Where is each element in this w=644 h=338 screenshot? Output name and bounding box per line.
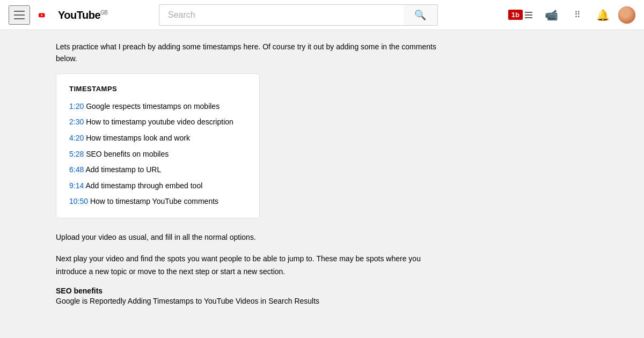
notifications-button[interactable]: 🔔: [592, 4, 614, 26]
timestamp-desc-1: How to timestamp youtube video descripti…: [86, 117, 233, 126]
timestamp-list: 1:20 Google respects timestamps on mobil…: [69, 101, 246, 207]
search-icon: 🔍: [414, 9, 426, 21]
header-right: 1b 📹 ⠿ 🔔: [504, 4, 635, 26]
search-bar: 🔍: [159, 4, 438, 26]
apps-icon: ⠿: [574, 10, 581, 20]
main-content: Lets practice what I preach by adding so…: [0, 30, 644, 317]
header: YouTubeGB 🔍 1b 📹 ⠿ 🔔: [0, 0, 644, 30]
timestamp-link-6[interactable]: 10:50: [69, 197, 88, 205]
timestamp-link-1[interactable]: 2:30: [69, 117, 84, 126]
timestamps-box: TIMESTAMPS 1:20 Google respects timestam…: [56, 74, 260, 218]
search-button[interactable]: 🔍: [404, 4, 438, 26]
timestamp-item: 9:14 Add timestamp through embed tool: [69, 181, 246, 192]
timestamp-item: 5:28 SEO benefits on mobiles: [69, 149, 246, 160]
timestamp-item: 1:20 Google respects timestamps on mobil…: [69, 101, 246, 112]
youtube-logo[interactable]: YouTubeGB: [39, 9, 108, 21]
timestamp-desc-4: Add timestamp to URL: [85, 165, 161, 174]
subscriptions-button[interactable]: 1b: [504, 8, 537, 22]
timestamp-desc-0: Google respects timestamps on mobiles: [86, 102, 219, 111]
intro-text: Lets practice what I preach by adding so…: [56, 41, 442, 65]
logo-country: GB: [100, 10, 107, 16]
bell-icon: 🔔: [596, 9, 610, 21]
body-text-1: Upload your video as usual, and fill in …: [56, 231, 448, 244]
upload-icon: 📹: [545, 9, 558, 21]
timestamp-item: 10:50 How to timestamp YouTube comments: [69, 196, 246, 207]
timestamp-desc-3: SEO benefits on mobiles: [86, 150, 169, 158]
body-text-2: Next play your video and find the spots …: [56, 253, 448, 278]
timestamp-link-3[interactable]: 5:28: [69, 150, 84, 158]
timestamp-link-5[interactable]: 9:14: [69, 181, 84, 190]
avatar-image: [618, 6, 635, 24]
sub-count: 1b: [508, 10, 523, 20]
timestamp-item: 6:48 Add timestamp to URL: [69, 165, 246, 175]
apps-button[interactable]: ⠿: [567, 4, 588, 26]
search-input[interactable]: [159, 4, 404, 26]
timestamp-item: 4:20 How timestamps look and work: [69, 133, 246, 144]
timestamps-title: TIMESTAMPS: [69, 85, 246, 93]
seo-title: SEO benefits: [56, 286, 588, 295]
timestamp-desc-6: How to timestamp YouTube comments: [90, 197, 218, 205]
search-container: 🔍: [127, 4, 470, 26]
timestamp-link-4[interactable]: 6:48: [69, 165, 84, 174]
timestamp-link-2[interactable]: 4:20: [69, 134, 84, 142]
timestamp-desc-2: How timestamps look and work: [86, 134, 190, 142]
sub-lines-icon: [525, 12, 532, 18]
seo-section: SEO benefits Google is Reportedly Adding…: [56, 286, 588, 306]
youtube-icon: [39, 9, 56, 21]
logo-text: YouTubeGB: [58, 10, 108, 20]
upload-button[interactable]: 📹: [541, 4, 562, 26]
timestamp-link-0[interactable]: 1:20: [69, 102, 84, 111]
account-avatar[interactable]: [618, 6, 635, 24]
seo-link[interactable]: Google is Reportedly Adding Timestamps t…: [56, 297, 319, 305]
header-left: YouTubeGB: [9, 5, 108, 25]
menu-button[interactable]: [9, 5, 30, 25]
timestamp-desc-5: Add timestamp through embed tool: [85, 181, 202, 190]
timestamp-item: 2:30 How to timestamp youtube video desc…: [69, 117, 246, 128]
